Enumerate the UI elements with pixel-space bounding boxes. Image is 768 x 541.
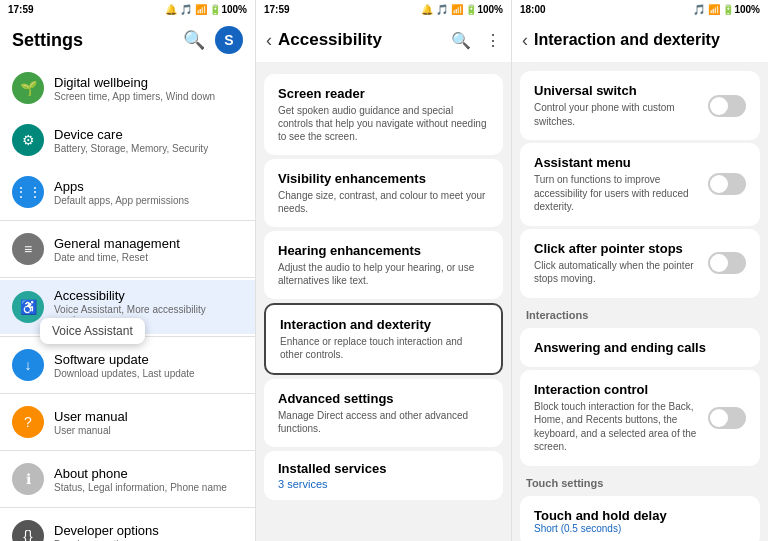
- item-text-about: About phone Status, Legal information, P…: [54, 466, 243, 493]
- search-icon-2[interactable]: 🔍: [451, 31, 471, 50]
- acc-title-hearing: Hearing enhancements: [278, 243, 489, 258]
- acc-item-interaction[interactable]: Interaction and dexterityEnhance or repl…: [264, 303, 503, 375]
- acc-item-visibility[interactable]: Visibility enhancementsChange size, cont…: [264, 159, 503, 227]
- status-icons-1: 🔔 🎵 📶 🔋100%: [165, 4, 247, 15]
- p3-row-universal-switch: Universal switch Control your phone with…: [534, 83, 746, 128]
- sidebar-item-accessibility[interactable]: ♿ Accessibility Voice Assistant, More ac…: [0, 280, 255, 334]
- accessibility-title: Accessibility: [278, 30, 445, 50]
- p3-interaction-answering[interactable]: Answering and ending calls: [520, 328, 760, 367]
- status-time-1: 17:59: [8, 4, 34, 15]
- item-text-apps: Apps Default apps, App permissions: [54, 179, 243, 206]
- sidebar-item-digital-wellbeing[interactable]: 🌱 Digital wellbeing Screen time, App tim…: [0, 62, 255, 114]
- accessibility-list: Screen readerGet spoken audio guidance a…: [256, 62, 511, 541]
- icon-apps: ⋮⋮: [12, 176, 44, 208]
- p3-card-universal-switch[interactable]: Universal switch Control your phone with…: [520, 71, 760, 140]
- icon-general: ≡: [12, 233, 44, 265]
- interaction-panel: 18:00 🎵 📶 🔋100% ‹ Interaction and dexter…: [512, 0, 768, 541]
- section-label-interactions: Interactions: [512, 301, 768, 325]
- icon-digital-wellbeing: 🌱: [12, 72, 44, 104]
- p3-row-click-after: Click after pointer stops Click automati…: [534, 241, 746, 286]
- p3-ititle-answering: Answering and ending calls: [534, 340, 746, 355]
- p3-text-assistant-menu: Assistant menu Turn on functions to impr…: [534, 155, 708, 214]
- p3-card-click-after[interactable]: Click after pointer stops Click automati…: [520, 229, 760, 298]
- acc-item-screen-reader[interactable]: Screen readerGet spoken audio guidance a…: [264, 74, 503, 155]
- item-text-digital-wellbeing: Digital wellbeing Screen time, App timer…: [54, 75, 243, 102]
- avatar[interactable]: S: [215, 26, 243, 54]
- p3-title-click-after: Click after pointer stops: [534, 241, 700, 256]
- acc-item-hearing[interactable]: Hearing enhancementsAdjust the audio to …: [264, 231, 503, 299]
- toggle-interaction-control[interactable]: [708, 407, 746, 429]
- item-text-device-care: Device care Battery, Storage, Memory, Se…: [54, 127, 243, 154]
- item-sub-device-care: Battery, Storage, Memory, Security: [54, 143, 243, 154]
- toggle-click-after[interactable]: [708, 252, 746, 274]
- item-sub-apps: Default apps, App permissions: [54, 195, 243, 206]
- item-sub-manual: User manual: [54, 425, 243, 436]
- acc-count-installed: 3 services: [278, 478, 489, 490]
- p3-title-assistant-menu: Assistant menu: [534, 155, 700, 170]
- p3-sub-universal-switch: Control your phone with custom switches.: [534, 101, 700, 128]
- p3-tsub-touch-hold: Short (0.5 seconds): [534, 523, 746, 534]
- item-name-software: Software update: [54, 352, 243, 367]
- back-icon-2[interactable]: ‹: [266, 30, 272, 51]
- accessibility-tooltip: Voice Assistant: [40, 318, 145, 344]
- item-name-digital-wellbeing: Digital wellbeing: [54, 75, 243, 90]
- status-bar-1: 17:59 🔔 🎵 📶 🔋100%: [0, 0, 255, 18]
- interaction-title: Interaction and dexterity: [534, 31, 720, 49]
- item-name-about: About phone: [54, 466, 243, 481]
- icon-about: ℹ: [12, 463, 44, 495]
- settings-panel: 17:59 🔔 🎵 📶 🔋100% Settings 🔍 S 🌱 Digital…: [0, 0, 256, 541]
- acc-title-screen-reader: Screen reader: [278, 86, 489, 101]
- status-time-2: 17:59: [264, 4, 290, 15]
- sidebar-item-manual[interactable]: ? User manual User manual: [0, 396, 255, 448]
- icon-software: ↓: [12, 349, 44, 381]
- acc-sub-advanced: Manage Direct access and other advanced …: [278, 409, 489, 435]
- item-name-developer: Developer options: [54, 523, 243, 538]
- acc-title-interaction: Interaction and dexterity: [280, 317, 487, 332]
- settings-title: Settings: [12, 30, 83, 51]
- p3-ititle-interaction-control: Interaction control: [534, 382, 700, 397]
- sidebar-item-about[interactable]: ℹ About phone Status, Legal information,…: [0, 453, 255, 505]
- interaction-header: ‹ Interaction and dexterity: [512, 18, 768, 62]
- p3-sub-assistant-menu: Turn on functions to improve accessibili…: [534, 173, 700, 214]
- sidebar-item-device-care[interactable]: ⚙ Device care Battery, Storage, Memory, …: [0, 114, 255, 166]
- acc-item-installed[interactable]: Installed services3 services: [264, 451, 503, 500]
- p3-itext-interaction-control: Interaction control Block touch interact…: [534, 382, 708, 454]
- p3-irow-interaction-control: Interaction control Block touch interact…: [534, 382, 746, 454]
- accessibility-panel: 17:59 🔔 🎵 📶 🔋100% ‹ Accessibility 🔍 ⋮ Sc…: [256, 0, 512, 541]
- item-sub-general: Date and time, Reset: [54, 252, 243, 263]
- item-text-developer: Developer options Developer options: [54, 523, 243, 542]
- sidebar-item-general[interactable]: ≡ General management Date and time, Rese…: [0, 223, 255, 275]
- back-icon-3[interactable]: ‹: [522, 30, 528, 51]
- item-name-device-care: Device care: [54, 127, 243, 142]
- toggle-assistant-menu[interactable]: [708, 173, 746, 195]
- sidebar-item-software[interactable]: ↓ Software update Download updates, Last…: [0, 339, 255, 391]
- p3-touch-touch-hold[interactable]: Touch and hold delayShort (0.5 seconds): [520, 496, 760, 542]
- p3-card-assistant-menu[interactable]: Assistant menu Turn on functions to impr…: [520, 143, 760, 226]
- acc-sub-interaction: Enhance or replace touch interaction and…: [280, 335, 487, 361]
- p3-sub-click-after: Click automatically when the pointer sto…: [534, 259, 700, 286]
- p3-isub-interaction-control: Block touch interaction for the Back, Ho…: [534, 400, 700, 454]
- more-icon-2[interactable]: ⋮: [485, 31, 501, 50]
- status-bar-2: 17:59 🔔 🎵 📶 🔋100%: [256, 0, 511, 18]
- search-icon[interactable]: 🔍: [183, 29, 205, 51]
- settings-header: Settings 🔍 S: [0, 18, 255, 62]
- acc-title-visibility: Visibility enhancements: [278, 171, 489, 186]
- item-sub-software: Download updates, Last update: [54, 368, 243, 379]
- sidebar-item-apps[interactable]: ⋮⋮ Apps Default apps, App permissions: [0, 166, 255, 218]
- status-time-3: 18:00: [520, 4, 546, 15]
- item-name-manual: User manual: [54, 409, 243, 424]
- interaction-list: Universal switch Control your phone with…: [512, 62, 768, 541]
- p3-interaction-interaction-control[interactable]: Interaction control Block touch interact…: [520, 370, 760, 466]
- item-text-general: General management Date and time, Reset: [54, 236, 243, 263]
- toggle-universal-switch[interactable]: [708, 95, 746, 117]
- acc-item-advanced[interactable]: Advanced settingsManage Direct access an…: [264, 379, 503, 447]
- p3-ttitle-touch-hold: Touch and hold delay: [534, 508, 746, 523]
- p3-row-assistant-menu: Assistant menu Turn on functions to impr…: [534, 155, 746, 214]
- item-text-software: Software update Download updates, Last u…: [54, 352, 243, 379]
- sidebar-item-developer[interactable]: {} Developer options Developer options: [0, 510, 255, 541]
- p3-title-universal-switch: Universal switch: [534, 83, 700, 98]
- header-icons: 🔍 S: [183, 26, 243, 54]
- status-icons-3: 🎵 📶 🔋100%: [693, 4, 760, 15]
- item-name-apps: Apps: [54, 179, 243, 194]
- settings-list: 🌱 Digital wellbeing Screen time, App tim…: [0, 62, 255, 541]
